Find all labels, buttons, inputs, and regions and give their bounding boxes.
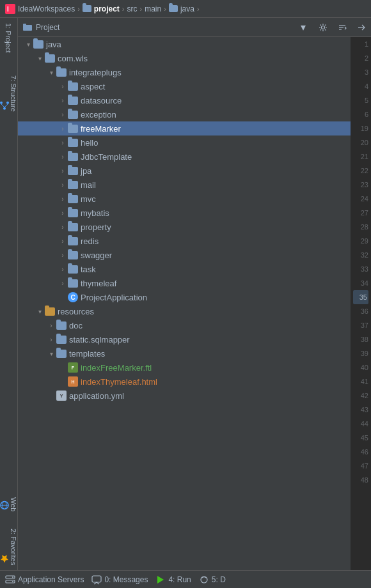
tree-item-swagger[interactable]: ›swagger (18, 248, 351, 262)
line-number: 33 (361, 262, 368, 276)
folder-icon (68, 97, 78, 105)
line-number: 1 (365, 37, 368, 51)
panel-dropdown-button[interactable]: ▾ (301, 21, 306, 33)
tree-item-datasource[interactable]: ›datasource (18, 93, 351, 107)
folder-icon (45, 54, 55, 63)
tree-item-application.yml[interactable]: Yapplication.yml (18, 389, 351, 403)
bottom-bar: Application Servers 0: Messages 4: Run 5… (0, 570, 371, 588)
breadcrumb-project[interactable]: project (94, 4, 120, 13)
line-number: 41 (361, 375, 368, 389)
breadcrumb-src[interactable]: src (127, 4, 138, 13)
line-number: 46 (361, 445, 368, 459)
sidebar-tab-favorites[interactable]: 2: Favorites (0, 523, 21, 570)
tree-item-mybatis[interactable]: ›mybatis (18, 206, 351, 220)
tree-item-static.sqlmapper[interactable]: ›static.sqlmapper (18, 332, 351, 346)
panel-settings-icon[interactable] (319, 23, 328, 32)
tree-item-mail[interactable]: ›mail (18, 178, 351, 192)
chevron-right-icon: › (58, 264, 68, 274)
tree-item-com.wls[interactable]: ▾com.wls (18, 51, 351, 65)
chevron-right-icon: › (58, 180, 68, 190)
tree-item-mvc[interactable]: ›mvc (18, 192, 351, 206)
folder-icon (68, 195, 78, 203)
svg-text:I: I (7, 6, 9, 13)
tree-item-indexFreeMarker.ftl[interactable]: FindexFreeMarker.ftl (18, 360, 351, 375)
tree-item-label: com.wls (58, 54, 88, 63)
line-number: 39 (361, 346, 368, 360)
tree-item-aspect[interactable]: ›aspect (18, 79, 351, 93)
tree-item-label: thymeleaf (81, 279, 116, 288)
panel-sort-icon[interactable] (338, 23, 347, 32)
project-tree[interactable]: ▾java▾com.wls▾integrateplugs›aspect›data… (18, 37, 351, 570)
tree-item-label: mail (81, 180, 96, 190)
folder-icon (68, 223, 78, 231)
line-number: 45 (361, 431, 368, 445)
tree-item-thymeleaf[interactable]: ›thymeleaf (18, 276, 351, 290)
svg-point-24 (201, 576, 207, 583)
tree-item-indexThymeleaf.html[interactable]: HindexThymeleaf.html (18, 375, 351, 389)
line-number: 20 (361, 135, 368, 150)
tree-item-redis[interactable]: ›redis (18, 234, 351, 248)
line-number: 22 (361, 164, 368, 178)
tree-item-JdbcTemplate[interactable]: ›JdbcTemplate (18, 150, 351, 164)
folder-icon (68, 167, 78, 175)
line-number: 29 (361, 234, 368, 248)
tree-item-exception[interactable]: ›exception (18, 107, 351, 121)
folder-icon (68, 111, 78, 119)
tree-item-property[interactable]: ›property (18, 220, 351, 234)
tree-item-java[interactable]: ▾java (18, 37, 351, 51)
tree-item-resources[interactable]: ▾resources (18, 304, 351, 318)
breadcrumb-java[interactable]: java (180, 4, 194, 13)
breadcrumb-ideaworkspaces[interactable]: IdeaWorkspaces (18, 4, 75, 13)
tree-item-label: JdbcTemplate (81, 152, 132, 162)
tree-item-label: application.yml (69, 391, 124, 401)
sidebar-tab-project[interactable]: 1: Project (2, 18, 16, 58)
sidebar-tab-structure[interactable]: 7: Structure (0, 70, 21, 117)
panel-collapse-icon[interactable] (357, 23, 366, 32)
bottom-debug[interactable]: 5: D (199, 575, 226, 585)
tree-item-label: redis (81, 236, 99, 246)
line-number: 42 (361, 389, 368, 403)
chevron-right-icon: › (58, 81, 68, 91)
idea-icon: I (5, 4, 15, 14)
tree-item-ProjectApplication[interactable]: CProjectApplication (18, 290, 351, 304)
breadcrumb-bar: I IdeaWorkspaces › project › src › main … (0, 0, 371, 18)
line-number: 23 (361, 178, 368, 192)
folder-icon (68, 125, 78, 133)
line-numbers: 1234561920212223242728293233343536373839… (351, 37, 371, 570)
debug-icon (199, 575, 209, 585)
tree-item-label: exception (81, 110, 116, 120)
tree-item-hello[interactable]: ›hello (18, 135, 351, 150)
tree-item-label: datasource (81, 96, 122, 105)
sidebar-tabs: 1: Project 7: Structure Web (0, 18, 18, 570)
line-number: 43 (361, 403, 368, 417)
chevron-right-icon: › (58, 278, 68, 288)
line-number: 47 (361, 459, 368, 473)
sidebar-tab-web[interactable]: Web (0, 492, 21, 516)
tree-item-templates[interactable]: ▾templates (18, 346, 351, 360)
bottom-app-servers[interactable]: Application Servers (5, 575, 84, 585)
panel-folder-icon (23, 24, 32, 31)
line-number: 35 (353, 290, 368, 304)
tree-item-label: aspect (81, 82, 105, 91)
tree-item-label: resources (58, 307, 94, 316)
messages-icon (91, 575, 102, 585)
tree-item-label: property (81, 222, 111, 232)
tree-item-jpa[interactable]: ›jpa (18, 164, 351, 178)
tree-item-doc[interactable]: ›doc (18, 318, 351, 332)
breadcrumb-main[interactable]: main (145, 4, 161, 13)
line-number: 6 (365, 107, 368, 121)
line-number: 44 (361, 417, 368, 431)
tree-item-freeMarker[interactable]: ›freeMarker (18, 121, 351, 135)
line-number: 4 (365, 79, 368, 93)
panel-title: Project (36, 23, 297, 32)
tree-item-task[interactable]: ›task (18, 262, 351, 276)
tree-item-integrateplugs[interactable]: ▾integrateplugs (18, 65, 351, 79)
bottom-messages[interactable]: 0: Messages (91, 575, 148, 585)
svg-rect-12 (23, 24, 26, 26)
chevron-right-icon: › (58, 222, 68, 232)
svg-point-2 (3, 107, 6, 110)
chevron-right-icon: › (58, 95, 68, 105)
bottom-run[interactable]: 4: Run (155, 575, 191, 585)
folder-icon (56, 68, 67, 77)
line-number: 48 (361, 473, 368, 487)
